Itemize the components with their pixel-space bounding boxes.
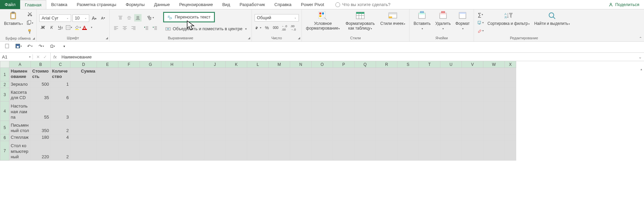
cell[interactable] xyxy=(440,81,462,88)
tab-page-layout[interactable]: Разметка страницы xyxy=(72,0,121,9)
cell[interactable] xyxy=(333,121,355,134)
cell[interactable] xyxy=(483,134,505,141)
cell[interactable] xyxy=(140,68,161,81)
cell[interactable] xyxy=(397,88,419,101)
vertical-scrollbar[interactable]: ▲ xyxy=(639,68,644,71)
cell[interactable] xyxy=(226,68,247,81)
cell[interactable] xyxy=(247,101,269,121)
cell[interactable]: Количество xyxy=(51,68,70,81)
row-header[interactable]: 4 xyxy=(0,101,9,121)
cell[interactable] xyxy=(376,134,397,141)
cell[interactable] xyxy=(183,81,204,88)
enter-formula-button[interactable]: ✓ xyxy=(43,54,47,59)
delete-cells-button[interactable]: Удалить▾ xyxy=(434,10,452,35)
cell[interactable] xyxy=(312,141,333,161)
column-header[interactable]: L xyxy=(247,61,269,68)
cell[interactable] xyxy=(440,134,462,141)
cell[interactable] xyxy=(70,121,97,134)
cell[interactable] xyxy=(505,141,516,161)
cell[interactable] xyxy=(269,141,290,161)
cell[interactable] xyxy=(161,101,183,121)
cell[interactable] xyxy=(161,68,183,81)
column-header[interactable]: S xyxy=(397,61,419,68)
cell[interactable] xyxy=(397,141,419,161)
font-name-combo[interactable]: Arial Cyr⌄ xyxy=(39,14,71,22)
cell[interactable] xyxy=(247,134,269,141)
cell[interactable] xyxy=(483,88,505,101)
number-format-combo[interactable]: Общий⌄ xyxy=(255,14,299,22)
font-launcher[interactable]: ◢ xyxy=(106,36,108,40)
insert-cells-button[interactable]: Вставить▾ xyxy=(412,10,432,35)
cell[interactable] xyxy=(462,121,483,134)
cell[interactable] xyxy=(183,101,204,121)
tab-review[interactable]: Рецензирование xyxy=(174,0,217,9)
cell[interactable]: Письменный стол xyxy=(9,121,31,134)
cell[interactable] xyxy=(140,101,161,121)
cell[interactable] xyxy=(440,121,462,134)
cell[interactable] xyxy=(290,88,312,101)
cell[interactable] xyxy=(70,81,97,88)
cell[interactable] xyxy=(70,134,97,141)
cell[interactable]: Кассета для CD xyxy=(9,88,31,101)
cell[interactable] xyxy=(397,101,419,121)
cell[interactable] xyxy=(355,134,376,141)
qat-save-button[interactable]: ▾ xyxy=(15,42,22,50)
cell[interactable] xyxy=(376,81,397,88)
tab-insert[interactable]: Вставка xyxy=(46,0,72,9)
cell[interactable] xyxy=(376,68,397,81)
qat-redo-button[interactable]: ↷▾ xyxy=(38,42,45,50)
cell[interactable] xyxy=(183,134,204,141)
select-all-corner[interactable] xyxy=(0,61,9,68)
qat-customize-button[interactable]: ▾ xyxy=(60,42,68,50)
cell[interactable] xyxy=(397,68,419,81)
cell[interactable] xyxy=(140,141,161,161)
cell[interactable] xyxy=(333,134,355,141)
qat-undo-button[interactable]: ↶▾ xyxy=(26,42,34,50)
cell[interactable] xyxy=(290,81,312,88)
column-header[interactable]: U xyxy=(440,61,462,68)
cell[interactable] xyxy=(269,81,290,88)
cell[interactable] xyxy=(290,141,312,161)
cell[interactable] xyxy=(118,101,140,121)
cell[interactable] xyxy=(269,88,290,101)
clipboard-launcher[interactable]: ◢ xyxy=(33,37,35,40)
cell[interactable] xyxy=(440,68,462,81)
cell[interactable] xyxy=(440,141,462,161)
cell[interactable] xyxy=(226,81,247,88)
cell[interactable] xyxy=(269,121,290,134)
cell[interactable] xyxy=(247,81,269,88)
column-header[interactable]: G xyxy=(140,61,161,68)
column-header[interactable]: T xyxy=(419,61,440,68)
cell[interactable] xyxy=(247,121,269,134)
increase-font-button[interactable]: A▴ xyxy=(91,14,98,22)
cell[interactable]: 35 xyxy=(31,88,51,101)
cell[interactable]: 2 xyxy=(51,141,70,161)
column-header[interactable]: F xyxy=(118,61,140,68)
cell[interactable] xyxy=(161,88,183,101)
cell[interactable] xyxy=(247,68,269,81)
row-header[interactable]: 2 xyxy=(0,81,9,88)
copy-button[interactable]: ▾ xyxy=(26,19,34,27)
cell[interactable] xyxy=(97,121,118,134)
percent-button[interactable]: % xyxy=(263,24,271,32)
cell[interactable] xyxy=(290,121,312,134)
cell[interactable] xyxy=(183,68,204,81)
align-bottom-button[interactable] xyxy=(134,14,142,22)
column-header[interactable]: P xyxy=(333,61,355,68)
orientation-button[interactable]: ab▾ xyxy=(147,14,154,22)
cell[interactable] xyxy=(505,88,516,101)
cell[interactable] xyxy=(161,81,183,88)
cell[interactable] xyxy=(140,134,161,141)
cell[interactable] xyxy=(70,88,97,101)
scroll-up-button[interactable]: ▲ xyxy=(640,68,643,71)
autosum-button[interactable]: ∑▾ xyxy=(477,11,484,18)
tab-view[interactable]: Вид xyxy=(218,0,235,9)
decrease-font-button[interactable]: A▾ xyxy=(99,14,107,22)
column-header[interactable]: K xyxy=(226,61,247,68)
sort-filter-button[interactable]: AЯ Сортировка и фильтр▾ xyxy=(486,10,531,35)
column-header[interactable]: W xyxy=(483,61,505,68)
column-header[interactable]: O xyxy=(312,61,333,68)
cell[interactable] xyxy=(97,141,118,161)
cell[interactable] xyxy=(333,141,355,161)
cell[interactable] xyxy=(226,141,247,161)
